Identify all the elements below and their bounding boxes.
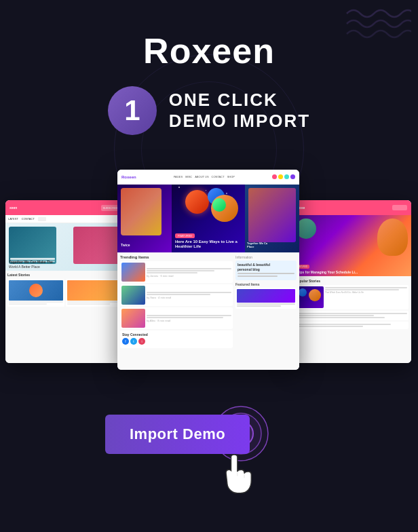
screenshot-right: Roxe FEATURED 7 Tips for Managing Your S… <box>292 200 411 363</box>
main-container: Roxeen 1 ONE CLICK DEMO IMPORT xeen SUBS… <box>0 0 418 532</box>
number-badge: 1 <box>108 86 157 135</box>
one-click-text: ONE CLICK DEMO IMPORT <box>169 90 310 132</box>
one-click-row: 1 ONE CLICK DEMO IMPORT <box>108 86 310 135</box>
deco-waves-icon <box>343 7 411 48</box>
one-click-line1: ONE CLICK <box>169 90 310 111</box>
screenshot-center: Roxeen PAGES MISC ABOUT US CONTACT SHOP <box>117 170 299 370</box>
cursor-icon <box>217 454 254 498</box>
one-click-line2: DEMO IMPORT <box>169 111 310 132</box>
screenshots-row: xeen SUBSCRIBE LATEST CONTACT <box>0 159 418 370</box>
screenshot-left: xeen SUBSCRIBE LATEST CONTACT <box>5 200 124 363</box>
site-title: Roxeen <box>143 31 275 71</box>
import-demo-button[interactable]: Import Demo <box>105 415 250 454</box>
